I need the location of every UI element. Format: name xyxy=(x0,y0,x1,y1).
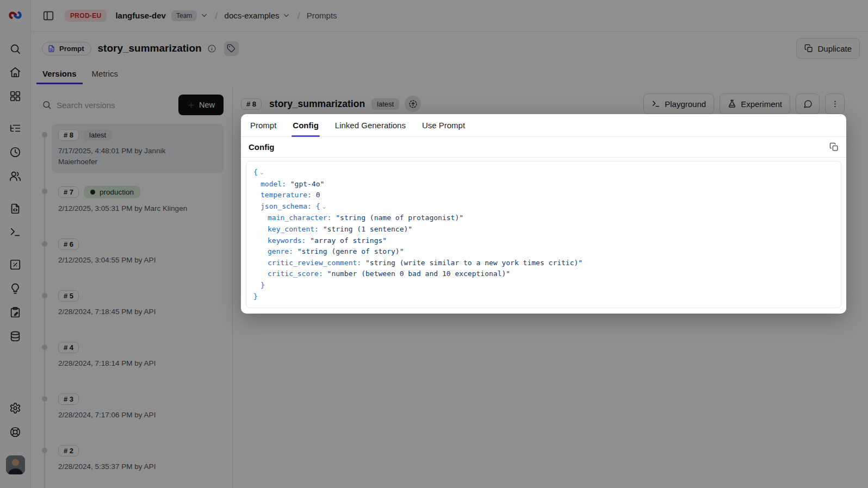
json-line: model: "gpt-4o" xyxy=(253,179,834,190)
collapse-chevron-icon[interactable]: ⌄ xyxy=(259,169,264,176)
json-line: {⌄ xyxy=(253,167,834,179)
json-line: temperature: 0 xyxy=(253,190,834,201)
tab-use-prompt[interactable]: Use Prompt xyxy=(422,114,465,136)
tab-config[interactable]: Config xyxy=(293,114,318,136)
prompt-detail-card: Prompt Config Linked Generations Use Pro… xyxy=(241,114,846,314)
json-line: keywords: "array of strings" xyxy=(253,235,834,247)
config-json-viewer[interactable]: {⌄ model: "gpt-4o" temperature: 0 json_s… xyxy=(246,161,841,308)
json-line: critic_review_comment: "string (write si… xyxy=(253,258,834,269)
json-line: main_character: "string (name of protago… xyxy=(253,212,834,224)
json-line: critic_score: "number (between 0 bad and… xyxy=(253,268,834,280)
tab-prompt[interactable]: Prompt xyxy=(250,114,276,136)
detail-tab-bar: Prompt Config Linked Generations Use Pro… xyxy=(241,114,846,137)
json-line: } xyxy=(253,280,834,291)
json-line: json_schema: {⌄ xyxy=(253,201,834,213)
collapse-chevron-icon[interactable]: ⌄ xyxy=(322,203,327,210)
json-line: } xyxy=(253,291,834,303)
json-line: key_content: "string (1 sentence)" xyxy=(253,224,834,235)
config-section-header: Config xyxy=(241,137,846,158)
config-body: {⌄ model: "gpt-4o" temperature: 0 json_s… xyxy=(241,158,846,315)
tab-linked-generations[interactable]: Linked Generations xyxy=(335,114,406,136)
copy-icon[interactable] xyxy=(829,142,839,152)
json-line: genre: "string (genre of story)" xyxy=(253,246,834,258)
config-section-title: Config xyxy=(249,142,274,152)
